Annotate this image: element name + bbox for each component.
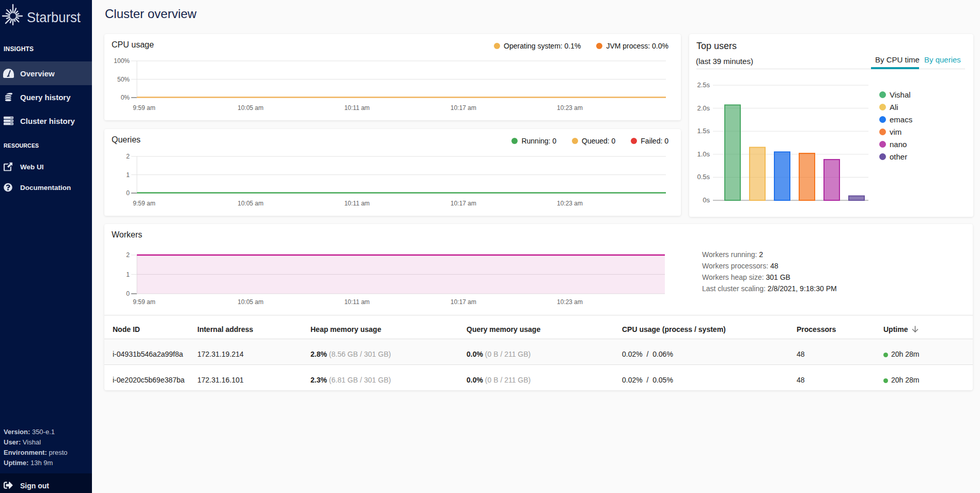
- svg-text:0: 0: [126, 189, 130, 197]
- svg-text:10:23 am: 10:23 am: [557, 200, 583, 207]
- svg-text:2.0s: 2.0s: [697, 104, 710, 112]
- svg-text:1.0s: 1.0s: [697, 150, 710, 158]
- svg-text:10:11 am: 10:11 am: [344, 104, 369, 112]
- svg-text:2: 2: [126, 251, 130, 259]
- svg-text:10:05 am: 10:05 am: [238, 104, 263, 112]
- svg-text:10:23 am: 10:23 am: [557, 298, 583, 306]
- svg-text:50%: 50%: [117, 76, 130, 83]
- svg-text:10:11 am: 10:11 am: [344, 200, 369, 207]
- svg-text:10:05 am: 10:05 am: [238, 200, 263, 207]
- svg-text:10:23 am: 10:23 am: [557, 104, 583, 112]
- svg-text:0%: 0%: [121, 94, 130, 101]
- svg-text:10:05 am: 10:05 am: [238, 298, 263, 306]
- svg-text:100%: 100%: [114, 57, 130, 65]
- svg-text:9:59 am: 9:59 am: [133, 104, 155, 112]
- svg-text:0: 0: [126, 290, 130, 297]
- svg-text:2.5s: 2.5s: [697, 81, 710, 89]
- svg-text:0.5s: 0.5s: [697, 173, 710, 181]
- svg-text:10:11 am: 10:11 am: [344, 298, 369, 306]
- svg-text:1: 1: [126, 171, 130, 179]
- svg-text:10:17 am: 10:17 am: [450, 104, 476, 112]
- svg-text:10:17 am: 10:17 am: [450, 298, 476, 306]
- svg-text:1.5s: 1.5s: [697, 127, 710, 135]
- svg-text:9:59 am: 9:59 am: [133, 200, 155, 207]
- svg-text:Starburst: Starburst: [27, 9, 81, 25]
- svg-text:2: 2: [126, 153, 130, 160]
- svg-text:1: 1: [126, 271, 130, 278]
- svg-text:0s: 0s: [703, 196, 710, 204]
- svg-text:9:59 am: 9:59 am: [133, 298, 155, 306]
- svg-text:10:17 am: 10:17 am: [450, 200, 476, 207]
